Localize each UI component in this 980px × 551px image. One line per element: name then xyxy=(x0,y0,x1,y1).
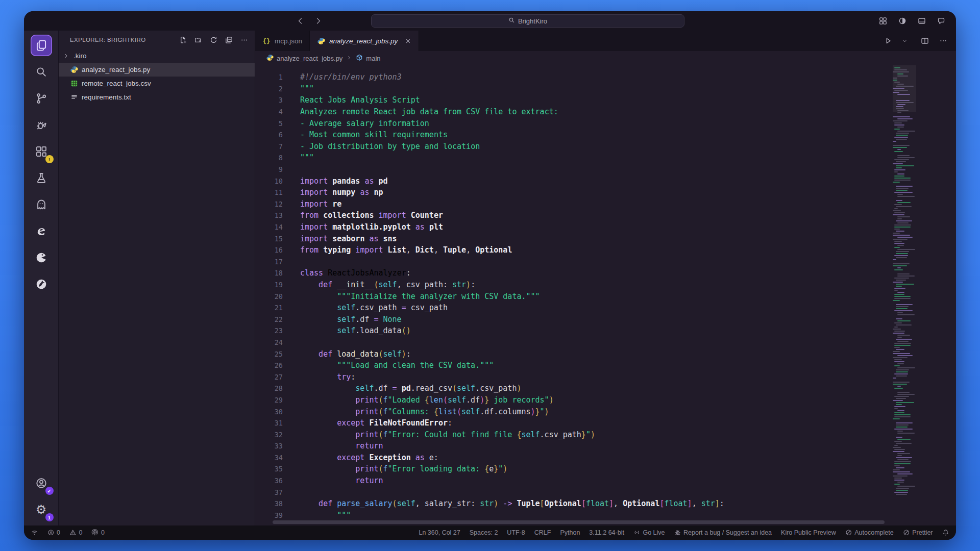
extensions-activity-icon[interactable]: ! xyxy=(31,141,52,162)
warnings-count[interactable]: 0 xyxy=(69,529,82,536)
minimap-line xyxy=(893,300,900,301)
code-line-2: 2""" xyxy=(255,83,890,95)
file-tree-item--kiro[interactable]: .kiro xyxy=(59,49,255,63)
explorer-activity-icon[interactable] xyxy=(31,35,52,56)
token: self xyxy=(448,395,466,405)
refresh-explorer-icon[interactable] xyxy=(208,34,219,45)
accounts-icon[interactable]: ✓ xyxy=(31,472,52,494)
token: typing xyxy=(323,245,351,255)
testing-activity-icon[interactable] xyxy=(31,167,52,189)
e-extension-activity-icon[interactable] xyxy=(31,220,52,242)
minimap-line xyxy=(896,494,907,495)
line-text: except FileNotFoundError: xyxy=(300,418,452,428)
run-debug-activity-icon[interactable] xyxy=(31,114,52,136)
go-live[interactable]: Go Live xyxy=(633,529,665,536)
minimap-line xyxy=(894,406,905,407)
encoding[interactable]: UTF-8 xyxy=(507,529,525,536)
token: " xyxy=(540,407,545,416)
errors-count[interactable]: 0 xyxy=(47,529,60,536)
token: Optional xyxy=(475,245,512,255)
minimap-line xyxy=(896,490,908,491)
minimap-line xyxy=(894,416,911,417)
command-center-search[interactable]: BrightKiro xyxy=(371,14,684,28)
language-mode[interactable]: Python xyxy=(560,529,580,536)
token: } xyxy=(494,464,498,473)
file-tree-item-requirements-txt[interactable]: requirements.txt xyxy=(59,90,255,104)
settings-gear-icon[interactable]: ⚙1 xyxy=(31,499,52,520)
python-interpreter[interactable]: 3.11.2 64-bit xyxy=(589,529,624,536)
toggle-secondary-sidebar-icon[interactable] xyxy=(897,15,908,27)
eol-sequence[interactable]: CRLF xyxy=(534,529,551,536)
rabbit-extension-activity-icon[interactable] xyxy=(31,273,52,295)
file-tree-item-remote-react-jobs-csv[interactable]: remote_react_jobs.csv xyxy=(59,77,255,90)
minimap-line xyxy=(893,147,907,148)
code-line-15: 15import seaborn as sns xyxy=(255,233,890,244)
tab-strip: {}mcp.jsonanalyze_react_jobs.py xyxy=(255,31,956,51)
forward-arrow-icon[interactable] xyxy=(313,15,324,27)
split-editor-icon[interactable] xyxy=(919,35,930,46)
minimap-line xyxy=(897,367,915,368)
minimap-line xyxy=(894,414,911,415)
run-dropdown-icon[interactable] xyxy=(901,35,912,46)
code-lines[interactable]: 1#!/usr/bin/env python32"""3React Jobs A… xyxy=(255,71,890,521)
token: load_data xyxy=(337,349,378,359)
line-number: 32 xyxy=(255,431,296,439)
kiro-public-preview[interactable]: Kiro Public Preview xyxy=(781,529,836,536)
cursor-position[interactable]: Ln 360, Col 27 xyxy=(419,529,460,536)
autocomplete-toggle[interactable]: Autocomplete xyxy=(845,529,894,536)
breadcrumb-symbol[interactable]: main xyxy=(356,54,380,63)
minimap-line xyxy=(893,182,900,183)
desktop-background: BrightKiro !✓⚙1 EXPLORER: BRIGHTKIRO .ki… xyxy=(0,0,980,551)
token: React Jobs Analysis Script xyxy=(300,95,420,105)
toggle-panel-icon[interactable] xyxy=(916,15,927,27)
new-folder-icon[interactable] xyxy=(192,34,204,45)
line-text: - Average salary information xyxy=(300,119,429,128)
back-arrow-icon[interactable] xyxy=(295,15,306,27)
minimap-line xyxy=(893,400,903,401)
minimap-line xyxy=(894,359,902,360)
chat-icon[interactable] xyxy=(936,15,947,27)
editor-more-actions-icon[interactable] xyxy=(938,35,949,46)
source-control-activity-icon[interactable] xyxy=(31,88,52,109)
new-file-icon[interactable] xyxy=(177,34,188,45)
report-bug[interactable]: Report a bug / Suggest an idea xyxy=(674,529,772,536)
tab-mcp-json[interactable]: {}mcp.json xyxy=(255,31,310,51)
tab-analyze-react-jobs-py[interactable]: analyze_react_jobs.py xyxy=(310,31,419,51)
run-python-file-icon[interactable] xyxy=(883,35,894,46)
customize-layout-icon[interactable] xyxy=(877,15,889,27)
file-tree-item-analyze-react-jobs-py[interactable]: analyze_react_jobs.py xyxy=(59,63,255,77)
token xyxy=(397,384,402,393)
minimap-line xyxy=(894,310,913,311)
search-activity-icon[interactable] xyxy=(31,61,52,83)
token: self xyxy=(521,430,540,439)
horizontal-scrollbar[interactable] xyxy=(273,520,885,524)
token: - Job distribution by type and location xyxy=(300,142,480,151)
collapse-folders-icon[interactable] xyxy=(223,34,234,45)
minimap-line xyxy=(896,139,907,140)
indentation[interactable]: Spaces: 2 xyxy=(470,529,498,536)
code-line-17: 17 xyxy=(255,256,890,268)
ports-forwarded[interactable]: 0 xyxy=(91,529,104,536)
breadcrumb-file[interactable]: analyze_react_jobs.py xyxy=(266,54,342,63)
indentation-label: Spaces: 2 xyxy=(470,529,498,536)
token: "Loaded xyxy=(388,395,425,405)
kiro-ghost-activity-icon[interactable] xyxy=(31,194,52,215)
minimap-line xyxy=(894,480,904,481)
minimap-line xyxy=(897,363,904,364)
more-actions-icon[interactable] xyxy=(238,34,250,45)
pacman-extension-activity-icon[interactable] xyxy=(31,247,52,268)
minimap-line xyxy=(897,292,904,293)
line-text: """Initialize the analyzer with CSV data… xyxy=(300,292,540,301)
minimap-line xyxy=(894,159,909,160)
python-interpreter-label: 3.11.2 64-bit xyxy=(589,529,624,536)
notifications-bell[interactable] xyxy=(942,529,949,536)
minimap-line xyxy=(896,280,906,281)
token: list xyxy=(438,407,457,416)
prettier-toggle[interactable]: Prettier xyxy=(903,529,933,536)
remote-indicator[interactable] xyxy=(31,529,38,536)
code-line-1: 1#!/usr/bin/env python3 xyxy=(255,71,890,83)
close-tab-icon[interactable] xyxy=(405,38,411,44)
symbol-cube-icon xyxy=(356,54,363,63)
minimap[interactable] xyxy=(893,65,916,525)
minimap-line xyxy=(893,210,901,211)
